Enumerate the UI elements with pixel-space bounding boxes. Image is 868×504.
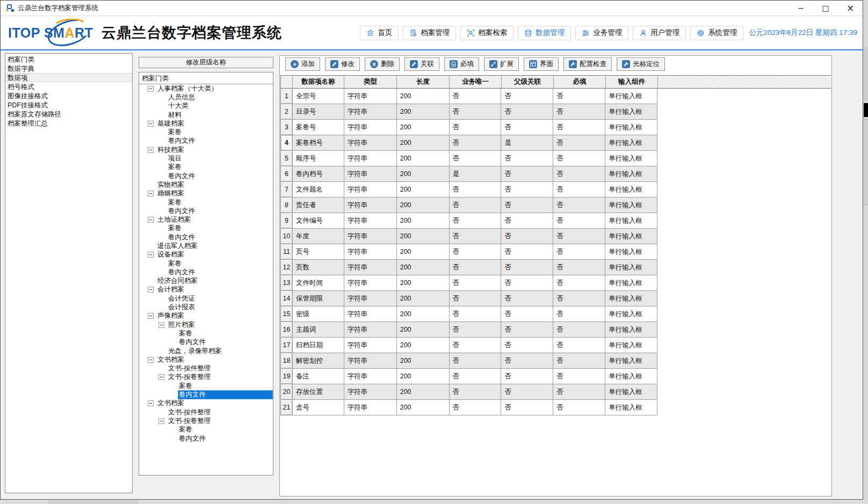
table-row[interactable]: 1全宗号字符串200否否否单行输入框 — [280, 89, 657, 104]
tree-node[interactable]: 卷内文件 — [139, 338, 273, 347]
table-row[interactable]: 3案卷号字符串200否否否单行输入框 — [280, 120, 657, 135]
row-number-cell[interactable]: 15 — [281, 306, 293, 322]
table-row[interactable]: 10年度字符串200否否否单行输入框 — [280, 229, 657, 244]
row-number-cell[interactable]: 19 — [281, 369, 293, 384]
table-row[interactable]: 4案卷档号字符串200否是否单行输入框 — [280, 135, 657, 151]
row-number-cell[interactable]: 9 — [281, 213, 293, 229]
relate-button[interactable]: 关联 — [404, 57, 439, 71]
column-header[interactable]: 类型 — [344, 76, 397, 89]
tree-node[interactable]: 材料 — [139, 111, 273, 119]
tree-expand-toggle[interactable] — [148, 287, 154, 293]
sidebar-item[interactable]: 数据字典 — [5, 64, 132, 73]
edit-button[interactable]: 修改 — [325, 57, 360, 71]
tree-expand-toggle[interactable] — [148, 191, 154, 196]
sidebar-item[interactable]: 档案原文存储路径 — [5, 109, 132, 119]
row-number-cell[interactable]: 12 — [281, 260, 293, 275]
row-number-cell[interactable]: 8 — [281, 198, 293, 213]
table-row[interactable]: 5顺序号字符串200否否否单行输入框 — [280, 151, 657, 166]
table-row[interactable]: 6卷内档号字符串200是否否单行输入框 — [280, 166, 657, 182]
tree-node[interactable]: 案卷 — [139, 163, 273, 172]
table-row[interactable]: 14保管期限字符串200否否否单行输入框 — [280, 291, 657, 306]
add-button[interactable]: +添加 — [285, 57, 320, 71]
row-number-cell[interactable]: 17 — [281, 338, 293, 353]
nav-button-business[interactable]: 业务管理 — [575, 26, 628, 40]
row-number-cell[interactable]: 6 — [281, 166, 293, 182]
tree-node[interactable]: 卷内文件 — [139, 207, 273, 215]
tree-node[interactable]: 卷内文件 — [139, 137, 273, 145]
nav-button-search[interactable]: 档案检索 — [460, 26, 513, 40]
tree-expand-toggle[interactable] — [148, 121, 154, 127]
tree-node[interactable]: 设备档案 — [139, 251, 273, 259]
delete-button[interactable]: ×删除 — [365, 57, 400, 71]
tree-node[interactable]: 退伍军人档案 — [139, 242, 273, 250]
rename-level-button[interactable]: 修改层级名称 — [139, 57, 273, 68]
title-bar[interactable]: 云鼎兰台数字档案管理系统 − □ × — [1, 1, 863, 16]
row-number-cell[interactable]: 1 — [281, 89, 293, 104]
tree-node[interactable]: 案卷 — [139, 426, 273, 434]
tree-node[interactable]: 实物档案 — [139, 180, 273, 189]
sidebar-item[interactable]: PDF挂接格式 — [5, 100, 132, 109]
column-header[interactable]: 输入组件 — [606, 76, 658, 89]
table-row[interactable]: 20存放位置字符串200否否否单行输入框 — [280, 384, 657, 400]
row-number-cell[interactable]: 5 — [281, 151, 293, 166]
tree-node[interactable]: 人员信息 — [139, 93, 273, 101]
tree-node[interactable]: 声像档案 — [139, 312, 273, 320]
tree-node[interactable]: 会计报表 — [139, 303, 273, 311]
tree-node[interactable]: 十大类 — [139, 102, 273, 111]
extend-button[interactable]: 扩展 — [484, 57, 519, 71]
table-row[interactable]: 16主题词字符串200否否否单行输入框 — [280, 322, 657, 338]
table-row[interactable]: 8责任者字符串200否否否单行输入框 — [280, 198, 657, 213]
tree-node[interactable]: 卷内文件 — [139, 172, 273, 180]
minimize-button[interactable]: − — [789, 1, 813, 16]
tree-node[interactable]: 项目 — [139, 154, 273, 163]
tree-expand-toggle[interactable] — [148, 400, 154, 406]
nav-button-home[interactable]: 首页 — [360, 26, 399, 40]
interface-button[interactable]: 界面 — [524, 57, 559, 71]
table-row[interactable]: 19备注字符串200否否否单行输入框 — [280, 369, 657, 384]
column-header[interactable]: 父级关联 — [502, 76, 554, 89]
row-number-cell[interactable]: 3 — [281, 120, 293, 135]
tree-node[interactable]: 案卷 — [139, 259, 273, 268]
row-number-cell[interactable]: 14 — [281, 291, 293, 306]
tree-expand-toggle[interactable] — [148, 313, 154, 319]
maximize-button[interactable]: □ — [813, 1, 838, 16]
table-row[interactable]: 11页号字符串200否否否单行输入框 — [280, 244, 657, 260]
tree-node[interactable]: 文书-按卷整理 — [139, 417, 273, 425]
tree-node[interactable]: 会计凭证 — [139, 294, 273, 303]
required-button[interactable]: 必填 — [444, 57, 479, 71]
tree-node[interactable]: 文书档案 — [139, 355, 273, 364]
tree-node[interactable]: 文书档案 — [139, 399, 273, 408]
row-number-cell[interactable]: 10 — [281, 229, 293, 244]
close-button[interactable]: × — [838, 1, 863, 16]
row-number-cell[interactable]: 20 — [281, 384, 293, 400]
table-row[interactable]: 17归档日期字符串200否否否单行输入框 — [280, 338, 657, 353]
row-number-cell[interactable]: 2 — [281, 104, 293, 120]
tree-expand-toggle[interactable] — [158, 322, 164, 328]
sidebar-item[interactable]: 图像挂接格式 — [5, 91, 132, 100]
tree-node[interactable]: 案卷 — [139, 198, 273, 207]
tree-expand-toggle[interactable] — [158, 418, 164, 424]
row-number-cell[interactable]: 18 — [281, 353, 293, 369]
nav-button-data[interactable]: 数据管理 — [518, 26, 571, 40]
tree-expand-toggle[interactable] — [148, 217, 154, 223]
row-number-cell[interactable]: 21 — [281, 400, 293, 415]
tree-node[interactable]: 会计档案 — [139, 286, 273, 294]
column-header[interactable]: 数据项名称 — [293, 76, 344, 89]
tree-node[interactable]: 照片档案 — [139, 320, 273, 329]
tree-node[interactable]: 卷内文件 — [139, 434, 273, 443]
column-header[interactable]: 必填 — [554, 76, 606, 89]
row-number-cell[interactable]: 4 — [281, 135, 293, 151]
nav-button-archive[interactable]: 档案管理 — [403, 26, 456, 40]
column-header[interactable]: 业务唯一 — [450, 76, 502, 89]
sidebar-item[interactable]: 档案整理汇总 — [5, 119, 132, 128]
sidebar-item[interactable]: 数据项 — [5, 73, 132, 82]
tree-node[interactable]: 案卷 — [139, 382, 273, 390]
tree-node[interactable]: 光盘，录像带档案 — [139, 347, 273, 355]
column-header[interactable]: 长度 — [397, 76, 450, 89]
tree-node[interactable]: 科技档案 — [139, 145, 273, 154]
sidebar-item[interactable]: 档号格式 — [5, 82, 132, 91]
tree-node[interactable]: 卷内文件 — [139, 268, 273, 276]
table-row[interactable]: 2目录号字符串200否否否单行输入框 — [280, 104, 657, 120]
nav-button-user[interactable]: 用户管理 — [633, 26, 686, 40]
nav-button-system[interactable]: 系统管理 — [690, 26, 743, 40]
